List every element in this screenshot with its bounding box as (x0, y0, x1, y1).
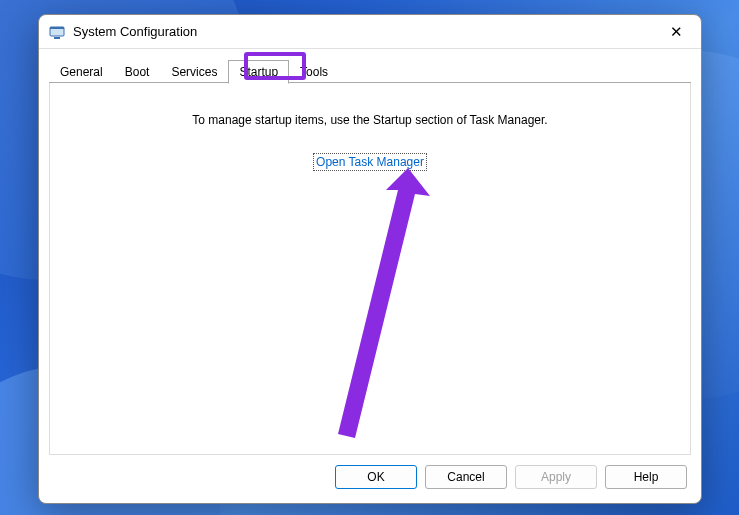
cancel-button[interactable]: Cancel (425, 465, 507, 489)
link-label: Open Task Manager (313, 153, 427, 171)
close-button[interactable]: ✕ (655, 17, 697, 47)
tab-services[interactable]: Services (160, 60, 228, 83)
app-icon (49, 24, 65, 40)
tab-general[interactable]: General (49, 60, 114, 83)
help-button[interactable]: Help (605, 465, 687, 489)
window-title: System Configuration (73, 24, 655, 39)
titlebar: System Configuration ✕ (39, 15, 701, 49)
tab-content: To manage startup items, use the Startup… (49, 83, 691, 455)
tab-boot[interactable]: Boot (114, 60, 161, 83)
svg-rect-2 (54, 37, 60, 39)
instruction-text: To manage startup items, use the Startup… (68, 113, 672, 127)
tab-tools[interactable]: Tools (289, 60, 339, 83)
dialog-button-row: OK Cancel Apply Help (39, 455, 701, 503)
svg-rect-1 (50, 27, 64, 29)
ok-button[interactable]: OK (335, 465, 417, 489)
apply-button: Apply (515, 465, 597, 489)
close-icon: ✕ (670, 24, 683, 39)
open-task-manager-link[interactable]: Open Task Manager (68, 155, 672, 169)
annotation-arrow-icon (300, 168, 430, 438)
tabs-row: General Boot Services Startup Tools (39, 49, 701, 83)
system-configuration-dialog: System Configuration ✕ General Boot Serv… (38, 14, 702, 504)
tab-startup[interactable]: Startup (228, 60, 289, 84)
